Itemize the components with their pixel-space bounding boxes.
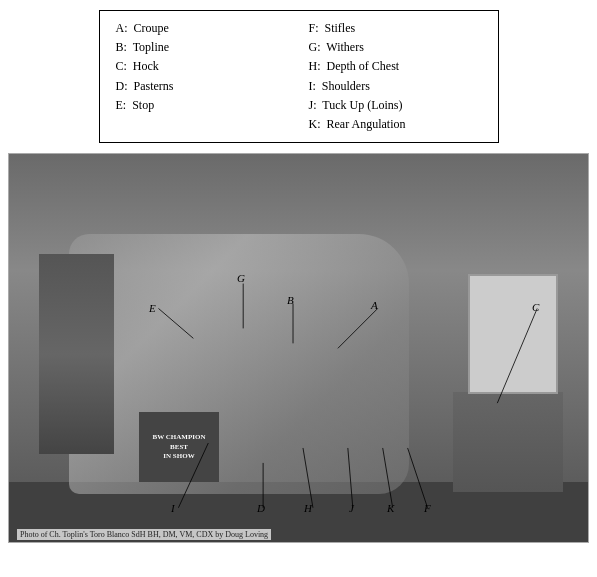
- ribbons-area: [39, 254, 114, 454]
- label-b: B: [287, 294, 294, 306]
- certificate: [468, 274, 558, 394]
- label-g: G: [237, 272, 245, 284]
- legend-item-f: F: Stifles: [309, 19, 482, 38]
- label-k: K: [387, 502, 394, 514]
- legend-item-e: E: Stop: [116, 96, 289, 115]
- legend-item-d: D: Pasterns: [116, 77, 289, 96]
- label-j: J: [349, 502, 354, 514]
- legend-item-b: B: Topline: [116, 38, 289, 57]
- photo-caption: Photo of Ch. Toplin's Toro Blanco SdH BH…: [17, 529, 271, 540]
- legend-item-h: H: Depth of Chest: [309, 57, 482, 76]
- legend-col-1: A: Croupe B: Topline C: Hock D: Pasterns…: [116, 19, 289, 134]
- legend-box: A: Croupe B: Topline C: Hock D: Pasterns…: [99, 10, 499, 143]
- legend-item-i: I: Shoulders: [309, 77, 482, 96]
- legend-col-2: F: Stifles G: Withers H: Depth of Chest …: [309, 19, 482, 134]
- legend-item-c: C: Hock: [116, 57, 289, 76]
- legend-item-g: G: Withers: [309, 38, 482, 57]
- label-d: D: [257, 502, 265, 514]
- show-sign: BW CHAMPION BEST IN SHOW: [139, 412, 219, 482]
- label-f: F: [424, 502, 431, 514]
- legend-item-k: K: Rear Angulation: [309, 115, 482, 134]
- legend-item-a: A: Croupe: [116, 19, 289, 38]
- label-h: H: [304, 502, 312, 514]
- diagram-container: BW CHAMPION BEST IN SHOW G E B A C: [8, 153, 589, 543]
- label-c: C: [532, 301, 539, 313]
- label-e: E: [149, 302, 156, 314]
- legend-item-j: J: Tuck Up (Loins): [309, 96, 482, 115]
- label-a: A: [371, 299, 378, 311]
- trophy-area: [453, 392, 563, 492]
- label-i: I: [171, 502, 175, 514]
